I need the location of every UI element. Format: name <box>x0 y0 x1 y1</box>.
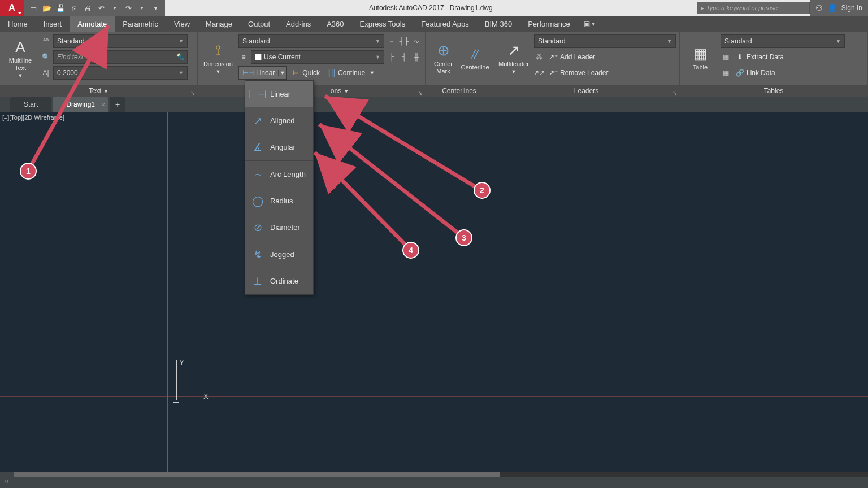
text-height-icon[interactable]: A| <box>41 68 51 78</box>
panel-centerlines: ⊕ Center Mark ⫽ Centerline Centerlines <box>426 32 493 96</box>
infocenter-icon[interactable]: ⚇ <box>815 3 823 12</box>
dim-jogged-item[interactable]: ↯Jogged <box>245 241 313 268</box>
multileader-button[interactable]: ↗ Multileader ▼ <box>497 34 531 82</box>
add-leader-button[interactable]: ↗⁺Add Leader <box>546 51 597 63</box>
view-controls-label[interactable]: [–][Top][2D Wireframe] <box>2 114 64 121</box>
extract-data-button[interactable]: ⬇Extract Data <box>733 51 786 63</box>
tab-annotate[interactable]: Annotate <box>70 16 115 32</box>
crosshair-y <box>167 112 168 472</box>
dim-ordinate-item[interactable]: ⊥Ordinate <box>245 268 313 294</box>
table-extract-icon[interactable]: ▦ <box>721 52 731 62</box>
redo-dd-icon[interactable]: ▾ <box>136 2 148 14</box>
quick-icon: ⊨ <box>291 68 300 77</box>
dim-linear-item[interactable]: ⊢⊣Linear <box>245 81 313 107</box>
table-link-icon[interactable]: ▦ <box>721 68 731 78</box>
table-style-combo[interactable]: Standard▼ <box>721 34 845 48</box>
angular-dim-icon: ∡ <box>250 140 266 155</box>
tab-addins[interactable]: Add-ins <box>278 16 319 32</box>
dim-layer-icon[interactable]: ≡ <box>238 52 249 62</box>
print-icon[interactable]: 🖨 <box>81 2 94 14</box>
annotation-marker-3: 3 <box>455 229 472 246</box>
leader-style-combo[interactable]: Standard▼ <box>534 34 676 48</box>
remove-leader-button[interactable]: ↗⁻Remove Leader <box>546 67 610 79</box>
find-text-input[interactable]: Find text🔦 <box>53 50 188 64</box>
tab-manage[interactable]: Manage <box>198 16 240 32</box>
dim-tool5-icon[interactable]: ╡ <box>399 52 409 62</box>
tab-express[interactable]: Express Tools <box>352 16 414 32</box>
continue-icon: ╫╫ <box>327 68 336 77</box>
filetab-start[interactable]: Start <box>10 97 51 112</box>
redo-icon[interactable]: ↷ <box>122 2 134 14</box>
multiline-text-button[interactable]: A Multiline Text ▼ <box>3 34 37 82</box>
text-height-combo[interactable]: 0.2000▼ <box>53 66 188 80</box>
dim-tool3-icon[interactable]: ∿ <box>411 36 422 46</box>
dim-tool4-icon[interactable]: ╞ <box>387 52 397 62</box>
dim-linear-split[interactable]: ⊢⊣Linear ▼ <box>238 66 287 80</box>
app-menu-button[interactable]: A <box>0 0 24 16</box>
linear-icon: ⊢⊣ <box>242 69 254 77</box>
jogged-dim-icon: ↯ <box>250 247 266 263</box>
dim-tool1-icon[interactable]: ⟊ <box>387 36 397 46</box>
title-bar: A ▭ 📂 💾 ⎘ 🖨 ↶ ▾ ↷ ▾ ▾ Autodesk AutoCAD 2… <box>0 0 868 16</box>
tab-view[interactable]: View <box>166 16 198 32</box>
filetab-add[interactable]: + <box>110 97 125 112</box>
help-search-input[interactable]: ▸ Type a keyword or phrase <box>697 2 810 14</box>
panel-text: A Multiline Text ▼ ᴬᴮ Standard▼ 🔍 Find t… <box>0 32 198 96</box>
dim-tool2-icon[interactable]: ┤├ <box>399 36 409 46</box>
link-data-button[interactable]: 🔗Link Data <box>733 67 778 79</box>
status-bar: ⠿ <box>0 472 868 488</box>
centerline-button[interactable]: ⫽ Centerline <box>461 34 489 82</box>
dim-angular-item[interactable]: ∡Angular <box>245 134 313 160</box>
panel-text-title[interactable]: Text▼↘ <box>0 85 197 97</box>
model-space-grip[interactable]: ⠿ <box>0 476 12 488</box>
dim-diameter-item[interactable]: ⊘Diameter <box>245 214 313 241</box>
diameter-dim-icon: ⊘ <box>250 220 266 236</box>
dim-radius-item[interactable]: ◯Radius <box>245 188 313 214</box>
tab-bim360[interactable]: BIM 360 <box>477 16 520 32</box>
tab-output[interactable]: Output <box>240 16 278 32</box>
tab-insert[interactable]: Insert <box>36 16 70 32</box>
table-button[interactable]: ▦ Table <box>683 34 717 82</box>
close-tab-icon[interactable]: × <box>102 101 105 108</box>
undo-dd-icon[interactable]: ▾ <box>108 2 121 14</box>
dim-layer-combo[interactable]: Use Current▼ <box>251 50 384 64</box>
leader-align-icon[interactable]: ↗↗ <box>534 68 544 78</box>
dimension-button[interactable]: ⟟ Dimension ▼ <box>201 34 235 82</box>
drawing-canvas[interactable]: [–][Top][2D Wireframe] YX <box>0 112 868 472</box>
h-scrollbar-thumb[interactable] <box>14 472 500 477</box>
dim-style-combo[interactable]: Standard▼ <box>238 34 384 48</box>
find-icon[interactable]: 🔍 <box>41 52 51 62</box>
dim-arc-item[interactable]: ⌢Arc Length <box>245 161 313 188</box>
centermark-button[interactable]: ⊕ Center Mark <box>429 34 458 82</box>
panel-leaders: ↗ Multileader ▼ Standard▼ ⁂ ↗⁺Add Leader… <box>493 32 680 96</box>
dim-continue-button[interactable]: ╫╫Continue▼ <box>324 67 377 79</box>
tab-a360[interactable]: A360 <box>319 16 351 32</box>
dim-quick-button[interactable]: ⊨Quick <box>289 67 322 79</box>
signin-button[interactable]: Sign In <box>841 4 862 12</box>
qat-custom-icon[interactable]: ▾ <box>149 2 162 14</box>
undo-icon[interactable]: ↶ <box>95 2 107 14</box>
ordinate-dim-icon: ⊥ <box>250 273 266 289</box>
ribbon-options[interactable]: ▣ ▾ <box>584 20 595 28</box>
panel-tables-title[interactable]: Tables <box>680 85 867 97</box>
save-icon[interactable]: 💾 <box>54 2 67 14</box>
tab-featured[interactable]: Featured Apps <box>413 16 477 32</box>
open-icon[interactable]: 📂 <box>41 2 53 14</box>
spellcheck-icon[interactable]: ᴬᴮ <box>41 36 51 46</box>
remove-leader-icon: ↗⁻ <box>549 68 558 77</box>
saveas-icon[interactable]: ⎘ <box>68 2 80 14</box>
tab-home[interactable]: Home <box>0 16 36 32</box>
quick-access-toolbar: ▭ 📂 💾 ⎘ 🖨 ↶ ▾ ↷ ▾ ▾ <box>24 0 165 16</box>
tab-parametric[interactable]: Parametric <box>115 16 166 32</box>
dim-aligned-item[interactable]: ↗Aligned <box>245 107 313 134</box>
filetab-drawing[interactable]: Drawing1× <box>53 97 108 112</box>
tab-performance[interactable]: Performance <box>520 16 578 32</box>
leader-col-icon[interactable]: ⁂ <box>534 52 544 62</box>
ribbon-body: A Multiline Text ▼ ᴬᴮ Standard▼ 🔍 Find t… <box>0 32 868 96</box>
dim-tool6-icon[interactable]: ╫ <box>411 52 422 62</box>
user-icon[interactable]: 👤 <box>827 3 837 12</box>
panel-center-title: Centerlines <box>426 85 493 97</box>
new-icon[interactable]: ▭ <box>27 2 40 14</box>
panel-leaders-title[interactable]: Leaders↘ <box>493 85 679 97</box>
text-style-combo[interactable]: Standard▼ <box>53 34 188 48</box>
